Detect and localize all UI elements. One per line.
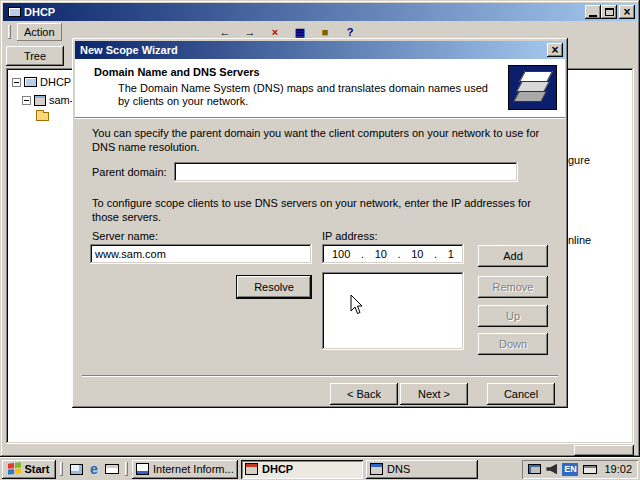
dhcp-icon <box>245 463 258 475</box>
internet-explorer-icon[interactable]: e <box>85 460 103 478</box>
minimize-button[interactable] <box>585 5 601 19</box>
result-pane-text-fragment: nline <box>568 234 591 246</box>
ip-octet-2[interactable]: 10 <box>375 248 387 260</box>
header-divider <box>75 117 565 119</box>
server-name-input[interactable] <box>90 244 312 264</box>
volume-tray-icon[interactable] <box>546 464 557 475</box>
mail-envelope-icon <box>105 464 119 474</box>
result-pane-text-fragment: gure <box>568 154 590 166</box>
tasks-grip[interactable] <box>125 462 128 476</box>
ip-dot: . <box>398 248 401 260</box>
tree-expand-icon[interactable] <box>12 78 21 87</box>
quicklaunch-grip[interactable] <box>60 462 63 476</box>
resolve-button[interactable]: Resolve <box>237 276 311 298</box>
new-scope-wizard-dialog: New Scope Wizard × Domain Name and DNS S… <box>72 38 568 408</box>
tree-item-server[interactable]: sam- <box>22 94 73 106</box>
footer-divider <box>82 375 558 377</box>
ip-octet-1[interactable]: 100 <box>332 248 350 260</box>
tree-expand-icon[interactable] <box>22 96 31 105</box>
wizard-header-subtitle: The Domain Name System (DNS) maps and tr… <box>118 82 500 108</box>
close-icon: × <box>551 45 558 55</box>
dhcp-app-icon <box>8 7 21 17</box>
task-button-dhcp[interactable]: DHCP <box>241 460 363 479</box>
desktop-sheet-icon <box>70 464 83 475</box>
wizard-graphic-folders <box>508 65 557 110</box>
add-button[interactable]: Add <box>478 245 548 267</box>
ip-dot: . <box>434 248 437 260</box>
ip-address-label: IP address: <box>322 230 377 242</box>
task-label: DNS <box>387 463 410 475</box>
close-icon: × <box>623 7 630 17</box>
up-button[interactable]: Up <box>478 305 548 327</box>
tree-root-label: DHCP <box>40 76 71 88</box>
wizard-titlebar[interactable]: New Scope Wizard × <box>75 41 565 59</box>
ip-dot: . <box>361 248 364 260</box>
mouse-cursor <box>350 294 364 316</box>
wizard-intro-text: You can specify the parent domain you wa… <box>92 126 554 154</box>
dns-instructions-text: To configure scope clients to use DNS se… <box>92 196 560 224</box>
console-titlebar[interactable]: DHCP × <box>3 3 637 21</box>
close-button[interactable]: × <box>619 5 635 19</box>
task-label: Internet Inform... <box>153 463 234 475</box>
outlook-icon[interactable] <box>103 460 121 478</box>
dns-icon <box>370 463 383 475</box>
down-button[interactable]: Down <box>478 333 548 355</box>
folder-icon <box>36 112 49 121</box>
iis-icon <box>136 463 149 475</box>
menu-action[interactable]: Action <box>17 23 62 41</box>
maximize-icon <box>605 8 614 16</box>
toolbar-grip[interactable] <box>8 25 11 39</box>
start-label: Start <box>24 463 49 475</box>
tree-item-scope-folder[interactable] <box>36 112 49 121</box>
ip-octet-4[interactable]: 1 <box>448 248 454 260</box>
server-name-label: Server name: <box>92 230 158 242</box>
back-button[interactable]: < Back <box>330 383 398 405</box>
maximize-button[interactable] <box>601 5 617 19</box>
windows-flag-icon <box>8 462 21 475</box>
ip-octet-3[interactable]: 10 <box>411 248 423 260</box>
console-root-icon <box>24 77 37 87</box>
scrollbar-thumb[interactable] <box>574 445 634 456</box>
console-title: DHCP <box>24 6 55 18</box>
wizard-close-button[interactable]: × <box>547 43 563 57</box>
show-desktop-icon[interactable] <box>67 460 85 478</box>
dns-server-listbox[interactable] <box>322 272 464 350</box>
task-button-iis[interactable]: Internet Inform... <box>132 460 238 479</box>
parent-domain-input[interactable] <box>174 162 518 182</box>
tab-tree[interactable]: Tree <box>6 46 64 66</box>
task-label: DHCP <box>262 463 293 475</box>
keyboard-tray-icon[interactable] <box>583 465 597 474</box>
ip-address-input[interactable]: 100 . 10 . 10 . 1 <box>322 244 464 264</box>
task-button-dns[interactable]: DNS <box>366 460 478 479</box>
next-button[interactable]: Next > <box>400 383 468 405</box>
network-tray-icon[interactable] <box>528 464 541 474</box>
server-icon <box>34 95 46 106</box>
wizard-title: New Scope Wizard <box>80 44 178 56</box>
wizard-header-title: Domain Name and DNS Servers <box>94 66 260 78</box>
desktop: DHCP × Action ← → × ▦ ■ ? Tree DHCP <box>0 0 640 480</box>
tree-item-dhcp-root[interactable]: DHCP <box>12 76 71 88</box>
taskbar: Start e Internet Inform... DHCP DNS EN 1… <box>0 457 640 480</box>
minimize-icon <box>589 15 597 17</box>
folder-shape <box>513 91 547 102</box>
start-button[interactable]: Start <box>2 460 56 479</box>
cancel-button[interactable]: Cancel <box>487 383 555 405</box>
parent-domain-label: Parent domain: <box>92 166 167 178</box>
remove-button[interactable]: Remove <box>478 276 548 298</box>
system-tray: EN 19:02 <box>522 460 638 479</box>
language-indicator[interactable]: EN <box>562 463 578 476</box>
clock: 19:02 <box>604 463 632 475</box>
tree-server-label: sam- <box>49 94 73 106</box>
wizard-header: Domain Name and DNS Servers The Domain N… <box>75 59 565 117</box>
